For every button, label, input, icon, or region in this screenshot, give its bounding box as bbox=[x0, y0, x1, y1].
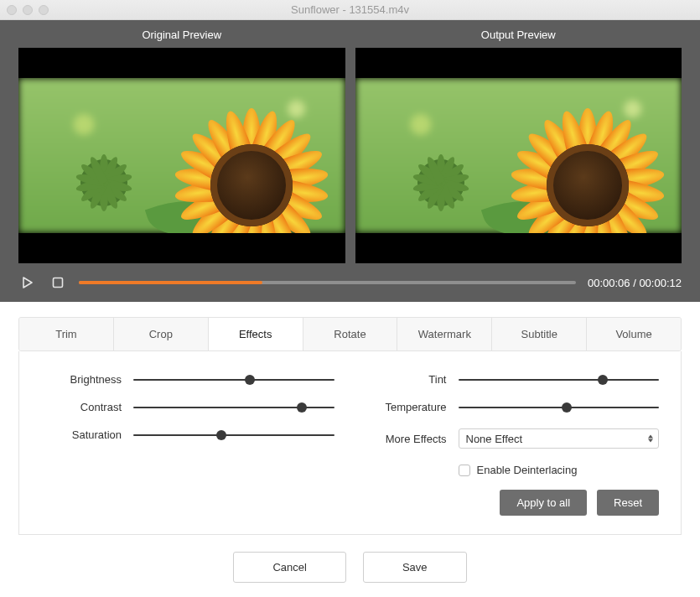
tab-rotate[interactable]: Rotate bbox=[303, 318, 398, 350]
tint-label: Tint bbox=[366, 373, 447, 386]
output-preview-label: Output Preview bbox=[355, 20, 682, 48]
temperature-label: Temperature bbox=[366, 401, 447, 413]
bud-decor: /*populated below*/ bbox=[70, 149, 137, 216]
close-window-button[interactable] bbox=[7, 5, 17, 15]
select-stepper-icon bbox=[648, 435, 653, 443]
original-preview: /*populated below*/ bbox=[18, 48, 345, 263]
window-title: Sunflower - 131554.m4v bbox=[0, 3, 700, 16]
tint-knob[interactable] bbox=[598, 375, 608, 385]
more-effects-label: More Effects bbox=[366, 433, 447, 445]
tint-slider[interactable] bbox=[459, 379, 660, 381]
progress-fill bbox=[79, 281, 262, 284]
stop-icon bbox=[51, 276, 65, 289]
tab-volume[interactable]: Volume bbox=[587, 318, 681, 350]
saturation-knob[interactable] bbox=[216, 430, 226, 440]
titlebar: Sunflower - 131554.m4v bbox=[0, 0, 700, 20]
progress-track[interactable] bbox=[79, 281, 576, 284]
editor-area: Trim Crop Effects Rotate Watermark Subti… bbox=[0, 302, 700, 597]
brightness-knob[interactable] bbox=[245, 375, 255, 385]
svg-marker-0 bbox=[23, 278, 32, 288]
temperature-knob[interactable] bbox=[562, 402, 572, 413]
output-frame bbox=[355, 78, 682, 233]
output-preview bbox=[355, 48, 682, 263]
deinterlace-checkbox[interactable] bbox=[459, 465, 470, 476]
time-total: 00:00:12 bbox=[639, 277, 682, 289]
saturation-slider[interactable] bbox=[133, 434, 334, 436]
transport-bar: 00:00:06 / 00:00:12 bbox=[18, 263, 682, 292]
contrast-knob[interactable] bbox=[297, 402, 307, 413]
tab-effects[interactable]: Effects bbox=[209, 318, 303, 350]
brightness-label: Brightness bbox=[41, 373, 122, 386]
time-current: 00:00:06 bbox=[588, 277, 630, 289]
sunflower-decor bbox=[165, 100, 337, 233]
play-icon bbox=[21, 276, 34, 289]
original-preview-label: Original Preview bbox=[18, 20, 345, 48]
reset-button[interactable]: Reset bbox=[597, 490, 659, 516]
more-effects-select[interactable]: None Effect bbox=[459, 428, 660, 449]
tab-trim[interactable]: Trim bbox=[19, 318, 114, 350]
temperature-slider[interactable] bbox=[459, 407, 660, 408]
tab-crop[interactable]: Crop bbox=[114, 318, 209, 350]
save-button[interactable]: Save bbox=[363, 552, 467, 583]
saturation-label: Saturation bbox=[41, 428, 122, 441]
tab-bar: Trim Crop Effects Rotate Watermark Subti… bbox=[18, 317, 682, 351]
stop-button[interactable] bbox=[49, 273, 67, 292]
original-frame: /*populated below*/ bbox=[18, 78, 345, 233]
cancel-button[interactable]: Cancel bbox=[233, 552, 345, 583]
svg-rect-1 bbox=[54, 278, 63, 288]
preview-area: Original Preview Output Preview /*popula… bbox=[0, 20, 700, 302]
play-button[interactable] bbox=[18, 273, 37, 292]
traffic-lights bbox=[7, 5, 49, 15]
minimize-window-button[interactable] bbox=[23, 5, 33, 15]
brightness-slider[interactable] bbox=[133, 379, 334, 381]
zoom-window-button[interactable] bbox=[39, 5, 49, 15]
tab-subtitle[interactable]: Subtitle bbox=[492, 318, 587, 350]
effects-panel: Brightness Contrast Saturation Tint bbox=[18, 351, 682, 535]
contrast-label: Contrast bbox=[41, 401, 122, 413]
tab-watermark[interactable]: Watermark bbox=[397, 318, 492, 350]
more-effects-value: None Effect bbox=[466, 433, 523, 445]
contrast-slider[interactable] bbox=[133, 407, 334, 408]
deinterlace-label: Enable Deinterlacing bbox=[477, 464, 578, 476]
time-display: 00:00:06 / 00:00:12 bbox=[588, 277, 682, 289]
apply-to-all-button[interactable]: Apply to all bbox=[500, 490, 587, 516]
